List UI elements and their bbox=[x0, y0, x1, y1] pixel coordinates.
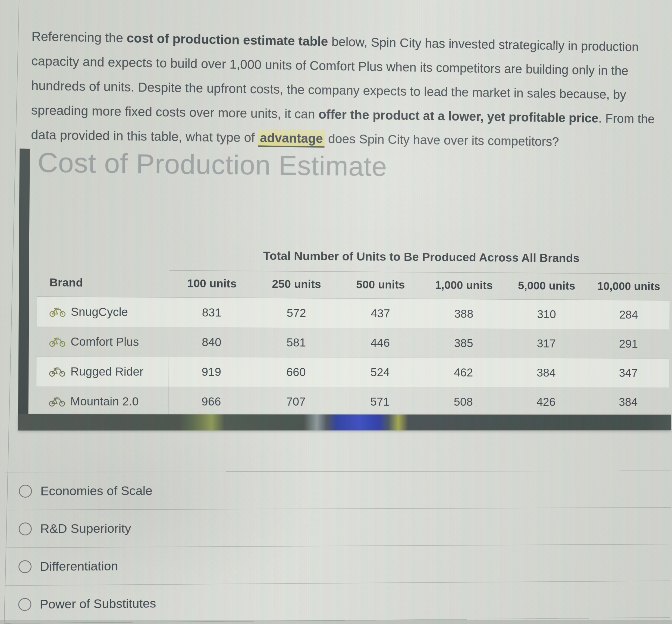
option-label: R&D Superiority bbox=[40, 521, 131, 536]
table-cell: 462 bbox=[422, 358, 505, 387]
table-cell: 388 bbox=[422, 299, 505, 329]
screen-bottom-shade bbox=[0, 620, 672, 624]
table-cell: 966 bbox=[169, 387, 254, 417]
table-cell: 317 bbox=[505, 329, 588, 359]
bicycle-icon bbox=[49, 396, 66, 407]
question-segment: does Spin City have over its competitors… bbox=[325, 131, 559, 149]
radio-button-icon[interactable] bbox=[19, 522, 32, 536]
table-cell: 284 bbox=[588, 300, 670, 330]
radio-button-icon[interactable] bbox=[19, 560, 31, 573]
question-text: Referencing the cost of production estim… bbox=[31, 24, 672, 155]
brand-name: Rugged Rider bbox=[70, 365, 144, 379]
units-header: Total Number of Units to Be Produced Acr… bbox=[169, 246, 670, 274]
production-cost-table: Total Number of Units to Be Produced Acr… bbox=[36, 245, 670, 417]
table-cell: 840 bbox=[169, 327, 254, 357]
table-cell: 384 bbox=[587, 388, 669, 417]
column-header: 100 units bbox=[169, 270, 254, 298]
question-segment-bold: offer the product at a lower, yet profit… bbox=[318, 107, 598, 125]
table-cell: 508 bbox=[421, 387, 505, 417]
table-cell: 660 bbox=[254, 358, 338, 387]
table-image-bottom-strip bbox=[18, 414, 671, 431]
glossary-term-link[interactable]: advantage bbox=[258, 129, 325, 148]
table-cell: 385 bbox=[422, 329, 505, 358]
table-cell: 919 bbox=[169, 357, 254, 387]
table-cell: 707 bbox=[254, 387, 338, 417]
cost-of-production-table: Cost of Production Estimate Total Number… bbox=[18, 145, 672, 430]
option-economies-of-scale[interactable]: Economies of Scale bbox=[5, 470, 671, 510]
radio-button-icon[interactable] bbox=[19, 485, 32, 497]
question-segment-bold: cost of production estimate table bbox=[127, 31, 328, 49]
radio-button-icon[interactable] bbox=[18, 598, 31, 611]
option-differentiation[interactable]: Differentiation bbox=[5, 544, 671, 586]
brand-name: SnugCycle bbox=[71, 305, 128, 319]
table-corner-spacer bbox=[37, 245, 169, 270]
column-header: 1,000 units bbox=[422, 272, 506, 300]
table-row-brand: Mountain 2.0 bbox=[36, 387, 169, 416]
table-cell: 571 bbox=[338, 387, 422, 417]
table-accent-bar bbox=[18, 149, 30, 415]
column-header: 5,000 units bbox=[505, 273, 588, 300]
table-cell: 581 bbox=[254, 328, 338, 358]
table-cell: 347 bbox=[587, 358, 669, 388]
table-cell: 446 bbox=[338, 328, 422, 358]
option-label: Power of Substitutes bbox=[40, 596, 156, 612]
table-row-brand: SnugCycle bbox=[37, 297, 169, 327]
column-header-brand: Brand bbox=[37, 270, 170, 298]
table-cell: 524 bbox=[338, 358, 422, 387]
table-cell: 291 bbox=[588, 329, 670, 359]
column-header: 250 units bbox=[254, 271, 339, 299]
table-cell: 437 bbox=[338, 298, 422, 329]
option-label: Economies of Scale bbox=[41, 484, 153, 498]
column-header: 10,000 units bbox=[588, 274, 670, 301]
option-power-of-substitutes[interactable]: Power of Substitutes bbox=[5, 580, 670, 623]
answer-options: Economies of Scale R&D Superiority Diffe… bbox=[5, 470, 671, 624]
table-cell: 831 bbox=[169, 298, 254, 328]
bicycle-icon bbox=[49, 336, 66, 347]
bicycle-icon bbox=[49, 366, 66, 377]
bicycle-icon bbox=[49, 306, 66, 317]
table-row-brand: Comfort Plus bbox=[37, 327, 169, 357]
option-label: Differentiation bbox=[40, 559, 118, 574]
column-header: 500 units bbox=[338, 272, 422, 299]
brand-name: Mountain 2.0 bbox=[70, 395, 139, 408]
brand-name: Comfort Plus bbox=[71, 335, 139, 348]
question-segment: Referencing the bbox=[31, 29, 127, 45]
table-cell: 426 bbox=[505, 387, 587, 417]
option-rd-superiority[interactable]: R&D Superiority bbox=[5, 507, 670, 547]
photographed-screen: Referencing the cost of production estim… bbox=[0, 0, 672, 624]
table-cell: 384 bbox=[505, 358, 588, 387]
table-title: Cost of Production Estimate bbox=[37, 147, 387, 182]
table-cell: 572 bbox=[254, 298, 338, 328]
table-row-brand: Rugged Rider bbox=[36, 357, 169, 387]
table-cell: 310 bbox=[505, 300, 588, 329]
